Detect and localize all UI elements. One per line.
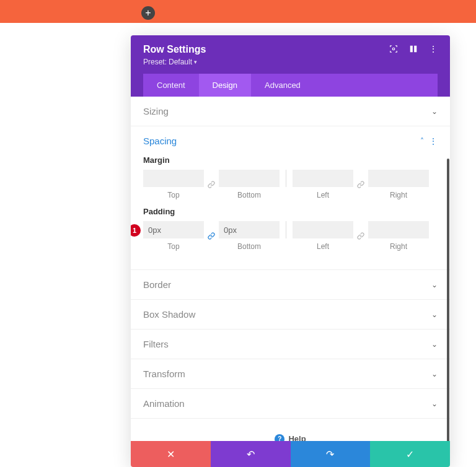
padding-top-input[interactable] [143, 221, 204, 238]
margin-left-input[interactable] [293, 170, 353, 187]
section-title: Spacing [143, 136, 177, 146]
section-title: Border [143, 279, 171, 290]
sublabel-bottom: Bottom [237, 191, 261, 199]
section-sizing: Sizing ⌄ [131, 97, 450, 126]
settings-tabs: Content Design Advanced [143, 74, 438, 97]
help-icon: ? [275, 434, 284, 442]
margin-group: Margin Top Bottom [143, 155, 438, 199]
redo-icon: ↷ [326, 448, 334, 460]
chevron-down-icon: ⌄ [431, 370, 438, 378]
modal-title: Row Settings [143, 44, 206, 55]
columns-icon[interactable] [409, 45, 418, 53]
section-animation: Animation ⌄ [131, 389, 450, 419]
cancel-button[interactable]: ✕ [131, 441, 211, 467]
sublabel-right: Right [390, 191, 407, 199]
add-module-button[interactable]: + [141, 6, 155, 20]
chevron-down-icon: ▾ [194, 59, 197, 65]
section-sizing-header[interactable]: Sizing ⌄ [131, 97, 450, 126]
divider [286, 221, 286, 238]
padding-label: Padding [143, 207, 438, 216]
link-icon[interactable] [353, 176, 368, 193]
section-filters-header[interactable]: Filters ⌄ [131, 330, 450, 359]
svg-rect-2 [414, 46, 416, 53]
scrollbar[interactable] [447, 159, 449, 441]
section-box-shadow: Box Shadow ⌄ [131, 300, 450, 330]
link-icon[interactable] [204, 176, 219, 193]
section-title: Filters [143, 339, 169, 349]
section-title: Box Shadow [143, 309, 195, 320]
margin-right-input[interactable] [368, 170, 429, 187]
padding-left-input[interactable] [293, 221, 353, 238]
section-box-shadow-header[interactable]: Box Shadow ⌄ [131, 300, 450, 329]
chevron-down-icon: ⌄ [431, 107, 438, 116]
tab-advanced[interactable]: Advanced [251, 74, 314, 97]
section-title: Sizing [143, 106, 169, 116]
redo-button[interactable]: ↷ [291, 441, 371, 467]
chevron-down-icon: ⌄ [431, 340, 438, 349]
tab-design[interactable]: Design [199, 74, 251, 97]
check-icon: ✓ [406, 448, 414, 460]
help-link[interactable]: ? Help [275, 434, 306, 442]
svg-point-0 [392, 48, 395, 50]
preset-label: Preset: [143, 58, 167, 66]
margin-label: Margin [143, 155, 438, 165]
section-title: Transform [143, 369, 185, 379]
row-settings-modal: Row Settings Preset: Default ▾ ⋮ Content… [131, 35, 450, 467]
section-title: Animation [143, 398, 185, 409]
undo-button[interactable]: ↶ [211, 441, 291, 467]
tab-content[interactable]: Content [143, 74, 199, 97]
link-icon[interactable] [353, 227, 368, 245]
chevron-up-icon: ˄ [420, 137, 424, 146]
kebab-menu-icon[interactable]: ⋮ [429, 136, 438, 146]
section-animation-header[interactable]: Animation ⌄ [131, 389, 450, 418]
padding-group: 1 Padding Top [143, 207, 438, 251]
section-filters: Filters ⌄ [131, 330, 450, 359]
sublabel-bottom: Bottom [237, 242, 261, 251]
target-icon[interactable] [389, 45, 398, 53]
sublabel-left: Left [317, 191, 329, 199]
link-icon[interactable] [204, 227, 219, 245]
margin-top-input[interactable] [143, 170, 204, 187]
help-label: Help [288, 434, 306, 441]
modal-footer: ✕ ↶ ↷ ✓ [131, 441, 450, 467]
padding-right-input[interactable] [368, 221, 429, 238]
chevron-down-icon: ⌄ [431, 310, 438, 319]
sublabel-left: Left [317, 242, 329, 251]
preset-dropdown[interactable]: Preset: Default ▾ [143, 58, 206, 66]
section-spacing: Spacing ˄ ⋮ Margin Top [131, 126, 450, 270]
divider [286, 170, 286, 187]
chevron-down-icon: ⌄ [431, 281, 438, 289]
kebab-menu-icon[interactable]: ⋮ [429, 44, 438, 54]
header-actions: ⋮ [389, 44, 438, 54]
close-icon: ✕ [167, 448, 175, 460]
page-top-bar: + [0, 0, 476, 23]
save-button[interactable]: ✓ [370, 441, 450, 467]
annotation-badge: 1 [131, 224, 141, 237]
svg-rect-1 [410, 46, 413, 53]
section-border: Border ⌄ [131, 270, 450, 300]
sublabel-right: Right [390, 242, 407, 251]
margin-bottom-input[interactable] [219, 170, 280, 187]
sublabel-top: Top [167, 191, 179, 199]
section-border-header[interactable]: Border ⌄ [131, 270, 450, 299]
section-spacing-header[interactable]: Spacing ˄ ⋮ [131, 126, 450, 155]
modal-body: Sizing ⌄ Spacing ˄ ⋮ Margin [131, 97, 450, 441]
section-transform-header[interactable]: Transform ⌄ [131, 359, 450, 388]
undo-icon: ↶ [247, 448, 255, 460]
spacing-body: Margin Top Bottom [131, 155, 450, 269]
modal-header: Row Settings Preset: Default ▾ ⋮ Content… [131, 35, 450, 97]
preset-value: Default [169, 58, 192, 66]
section-transform: Transform ⌄ [131, 359, 450, 389]
help-row: ? Help [131, 419, 450, 441]
padding-bottom-input[interactable] [219, 221, 280, 238]
sublabel-top: Top [167, 242, 179, 251]
chevron-down-icon: ⌄ [431, 399, 438, 408]
